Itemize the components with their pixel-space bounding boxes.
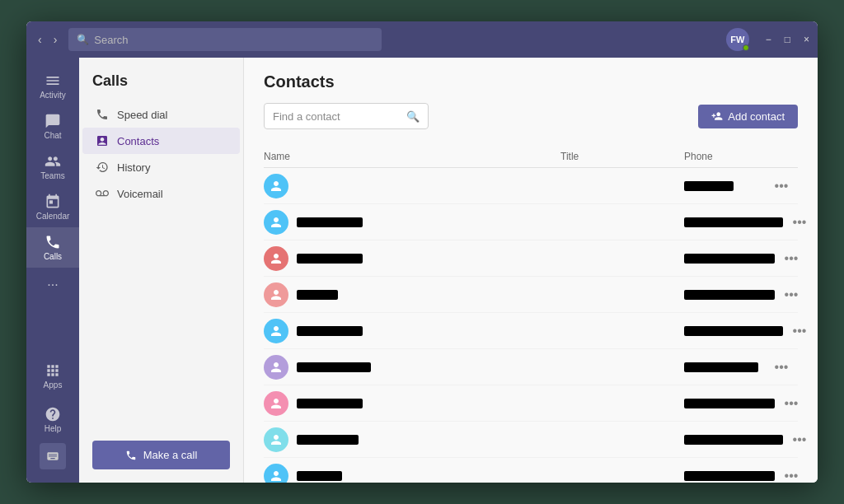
app-window: ‹ › 🔍 FW − □ × Activity — [26, 21, 818, 483]
avatar — [264, 210, 288, 235]
nav-item-history[interactable]: History — [82, 154, 240, 180]
table-row[interactable]: ••• — [264, 313, 798, 349]
contacts-title: Contacts — [264, 72, 798, 91]
contact-name-cell — [264, 210, 560, 235]
more-options-button[interactable]: ••• — [783, 320, 816, 342]
calendar-icon — [45, 194, 61, 210]
icon-sidebar: Activity Chat Teams Calendar Calls ... — [26, 58, 79, 483]
find-search-icon: 🔍 — [406, 110, 420, 123]
avatar — [264, 246, 288, 271]
add-contact-button[interactable]: Add contact — [698, 105, 798, 128]
table-row[interactable]: ••• — [264, 204, 798, 240]
activity-icon — [45, 72, 61, 89]
table-row[interactable]: ••• — [264, 240, 798, 277]
person-icon — [269, 432, 284, 447]
table-header: Name Title Phone — [264, 146, 798, 168]
nav-item-contacts[interactable]: Contacts — [82, 128, 240, 154]
help-icon — [45, 406, 61, 422]
search-icon: 🔍 — [77, 34, 89, 45]
calls-icon — [45, 234, 61, 250]
search-bar[interactable]: 🔍 — [68, 28, 382, 51]
title-bar-right: FW − □ × — [726, 28, 809, 51]
nav-panel-title: Calls — [79, 72, 243, 101]
chat-icon — [45, 113, 61, 129]
find-contact-field[interactable]: 🔍 — [264, 103, 429, 129]
nav-arrows: ‹ › — [35, 31, 60, 48]
contact-name-cell — [264, 355, 560, 380]
table-row[interactable]: ••• — [264, 349, 798, 385]
main-content: Activity Chat Teams Calendar Calls ... — [26, 58, 818, 483]
contacts-icon — [96, 134, 109, 147]
teams-icon — [45, 153, 61, 170]
avatar — [264, 427, 288, 452]
sidebar-item-teams[interactable]: Teams — [26, 147, 79, 187]
avatar — [264, 391, 288, 416]
contact-name-cell — [264, 246, 560, 271]
search-input[interactable] — [94, 34, 373, 46]
person-icon — [269, 324, 284, 338]
person-icon — [269, 396, 284, 411]
speed-dial-icon — [96, 108, 109, 121]
find-contact-input[interactable] — [273, 110, 401, 123]
avatar[interactable]: FW — [726, 28, 749, 51]
nav-item-speed-dial[interactable]: Speed dial — [82, 101, 240, 128]
person-icon — [269, 287, 284, 302]
voicemail-icon — [96, 187, 109, 200]
more-options-button[interactable]: ••• — [765, 175, 798, 197]
contact-name-cell — [264, 391, 560, 416]
more-options-button[interactable]: ••• — [765, 357, 798, 378]
sidebar-item-calls[interactable]: Calls — [26, 227, 79, 268]
contact-name-cell — [264, 174, 560, 198]
sidebar-item-activity[interactable]: Activity — [26, 66, 79, 106]
sidebar-bottom: Apps Help — [26, 356, 79, 483]
add-person-icon — [711, 110, 723, 122]
maximize-button[interactable]: □ — [785, 34, 790, 45]
contact-name-cell — [264, 464, 560, 483]
contacts-table: Name Title Phone ••• — [244, 146, 818, 483]
contact-name-cell — [264, 427, 560, 452]
keyboard-icon — [46, 450, 59, 463]
more-options-button[interactable]: ••• — [775, 465, 808, 483]
contacts-header: Contacts 🔍 Add contact — [244, 58, 818, 146]
keyboard-button[interactable] — [40, 443, 66, 469]
avatar — [264, 282, 288, 307]
online-indicator — [743, 44, 749, 51]
history-icon — [96, 161, 109, 174]
avatar — [264, 319, 288, 343]
back-button[interactable]: ‹ — [35, 31, 45, 48]
forward-button[interactable]: › — [50, 31, 61, 48]
sidebar-item-chat[interactable]: Chat — [26, 106, 79, 147]
nav-item-voicemail[interactable]: Voicemail — [82, 180, 240, 207]
table-row[interactable]: ••• — [264, 422, 798, 458]
person-icon — [269, 179, 284, 194]
sidebar-item-apps[interactable]: Apps — [26, 356, 79, 396]
title-bar: ‹ › 🔍 FW − □ × — [26, 21, 818, 58]
contact-name-cell — [264, 282, 560, 307]
table-row[interactable]: ••• — [264, 277, 798, 313]
more-options-button[interactable]: ••• — [775, 393, 808, 414]
table-row[interactable]: ••• — [264, 385, 798, 422]
more-options-button[interactable]: ••• — [775, 284, 808, 306]
more-options-button[interactable]: ••• — [775, 248, 808, 269]
apps-icon — [45, 362, 61, 379]
close-button[interactable]: × — [804, 34, 809, 45]
sidebar-item-help[interactable]: Help — [26, 399, 79, 440]
make-call-button[interactable]: Make a call — [92, 441, 230, 469]
minimize-button[interactable]: − — [766, 34, 771, 45]
avatar — [264, 355, 288, 380]
contacts-panel: Contacts 🔍 Add contact Name Title — [244, 58, 818, 483]
nav-panel-inner: Calls Speed dial Contacts History Voicem… — [79, 72, 243, 483]
avatar — [264, 464, 288, 483]
contact-name-cell — [264, 319, 560, 343]
table-row[interactable]: ••• — [264, 168, 798, 204]
more-options-button[interactable]: ••• — [783, 212, 816, 233]
avatar — [264, 174, 288, 198]
more-options-button[interactable]: ••• — [783, 429, 816, 450]
table-row[interactable]: ••• — [264, 458, 798, 483]
sidebar-item-calendar[interactable]: Calendar — [26, 187, 79, 227]
person-icon — [269, 251, 284, 266]
sidebar-item-more[interactable]: ... — [26, 268, 79, 296]
window-controls: − □ × — [766, 34, 809, 45]
contacts-toolbar: 🔍 Add contact — [264, 103, 798, 129]
phone-icon — [125, 450, 137, 461]
